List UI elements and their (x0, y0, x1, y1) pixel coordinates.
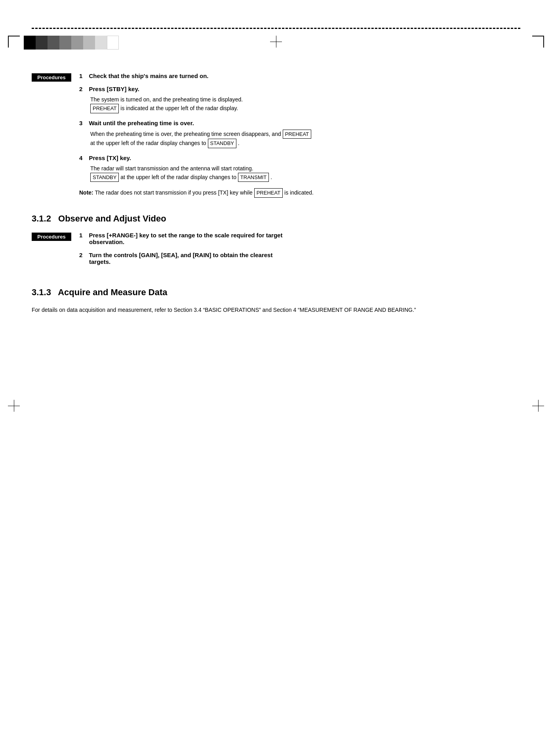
top-dashed-divider (32, 28, 520, 29)
procedures-badge-1: Procedures (32, 73, 71, 82)
step-2-1-header: 1 Press [+RANGE-] key to set the range t… (79, 232, 520, 245)
swatch-1 (24, 36, 36, 50)
transmit-box: TRANSMIT (238, 173, 269, 182)
step-1-2-body-line1: The system is turned on, and the preheat… (90, 96, 243, 103)
standby-box-1: STANDBY (208, 139, 236, 148)
step-1-4-body-line3: . (270, 174, 272, 180)
section-312-number: 3.1.2 (32, 214, 51, 223)
step-2-1-number: 1 (79, 232, 82, 239)
step-1-3-body: When the preheating time is over, the pr… (90, 130, 520, 148)
corner-mark-tl (8, 36, 20, 48)
step-1-4-header: 4 Press [TX] key. (79, 155, 520, 161)
step-2-2: 2 Turn the controls [GAIN], [SEA], and [… (79, 252, 520, 265)
section-312-title: Observe and Adjust Video (58, 214, 166, 223)
swatch-3 (48, 36, 59, 50)
swatch-7 (95, 36, 107, 50)
step-1-4-body-line1: The radar will start transmission and th… (90, 165, 253, 172)
note-label-1: Note: (79, 189, 93, 196)
section-313-title: Acquire and Measure Data (58, 287, 167, 297)
step-2-1-text: Press [+RANGE-] key to set the range to … (79, 232, 282, 245)
page: Procedures 1 Check that the ship's mains… (0, 28, 552, 756)
section-313-number: 3.1.3 (32, 287, 51, 297)
step-1-3-body-line3: . (238, 140, 240, 146)
procedures-badge-2: Procedures (32, 233, 71, 241)
crosshair-top (270, 36, 282, 48)
preheat-box-2: PREHEAT (283, 130, 311, 139)
section-312-heading: 3.1.2 Observe and Adjust Video (32, 214, 520, 224)
note-text-2: is indicated. (284, 189, 314, 196)
procedures-steps-2: 1 Press [+RANGE-] key to set the range t… (79, 232, 520, 271)
swatch-8 (107, 36, 119, 50)
preheat-box-1: PREHEAT (90, 104, 119, 113)
crosshair-right (532, 400, 544, 412)
corner-mark-tr (532, 36, 544, 48)
step-1-4: 4 Press [TX] key. The radar will start t… (79, 155, 520, 182)
step-1-1-text: Check that the ship's mains are turned o… (89, 73, 209, 79)
step-2-2-header: 2 Turn the controls [GAIN], [SEA], and [… (79, 252, 520, 265)
step-1-4-body: The radar will start transmission and th… (90, 164, 520, 182)
swatch-2 (36, 36, 48, 50)
swatch-4 (59, 36, 71, 50)
step-1-3: 3 Wait until the preheating time is over… (79, 120, 520, 148)
preheat-box-note: PREHEAT (254, 188, 283, 198)
step-2-2-number: 2 (79, 252, 82, 258)
procedures-block-2: Procedures 1 Press [+RANGE-] key to set … (32, 232, 520, 271)
step-1-3-number: 3 (79, 120, 82, 126)
section-313-body: For details on data acquisition and meas… (32, 305, 520, 314)
step-1-2: 2 Press [STBY] key. The system is turned… (79, 86, 520, 113)
main-content: Procedures 1 Check that the ship's mains… (32, 41, 520, 314)
step-1-2-text: Press [STBY] key. (89, 86, 139, 92)
step-1-1-header: 1 Check that the ship's mains are turned… (79, 73, 520, 79)
step-1-3-text: Wait until the preheating time is over. (89, 120, 194, 126)
step-1-1: 1 Check that the ship's mains are turned… (79, 73, 520, 79)
step-1-4-text: Press [TX] key. (89, 155, 131, 161)
standby-box-2: STANDBY (90, 173, 119, 182)
step-2-1: 1 Press [+RANGE-] key to set the range t… (79, 232, 520, 245)
note-text-1: The radar does not start transmission if… (95, 189, 254, 196)
step-1-3-body-line1: When the preheating time is over, the pr… (90, 131, 283, 137)
color-bar (24, 36, 119, 50)
swatch-6 (83, 36, 95, 50)
step-2-2-text: Turn the controls [GAIN], [SEA], and [RA… (79, 252, 272, 265)
step-1-1-number: 1 (79, 73, 82, 79)
step-1-4-body-line2: at the upper left of the radar display c… (120, 174, 238, 180)
procedures-block-1: Procedures 1 Check that the ship's mains… (32, 73, 520, 198)
step-1-2-body: The system is turned on, and the preheat… (90, 95, 520, 113)
step-1-2-body-line2: is indicated at the upper left of the ra… (120, 105, 238, 111)
crosshair-left (8, 400, 20, 412)
procedures-steps-1: 1 Check that the ship's mains are turned… (79, 73, 520, 198)
step-1-3-body-line2: at the upper left of the radar display c… (90, 140, 208, 146)
section-313-heading: 3.1.3 Acquire and Measure Data (32, 287, 520, 298)
note-block-1: Note: The radar does not start transmiss… (79, 188, 520, 198)
step-1-2-number: 2 (79, 86, 82, 92)
step-1-2-header: 2 Press [STBY] key. (79, 86, 520, 92)
swatch-5 (71, 36, 83, 50)
step-1-4-number: 4 (79, 155, 82, 161)
step-1-3-header: 3 Wait until the preheating time is over… (79, 120, 520, 126)
